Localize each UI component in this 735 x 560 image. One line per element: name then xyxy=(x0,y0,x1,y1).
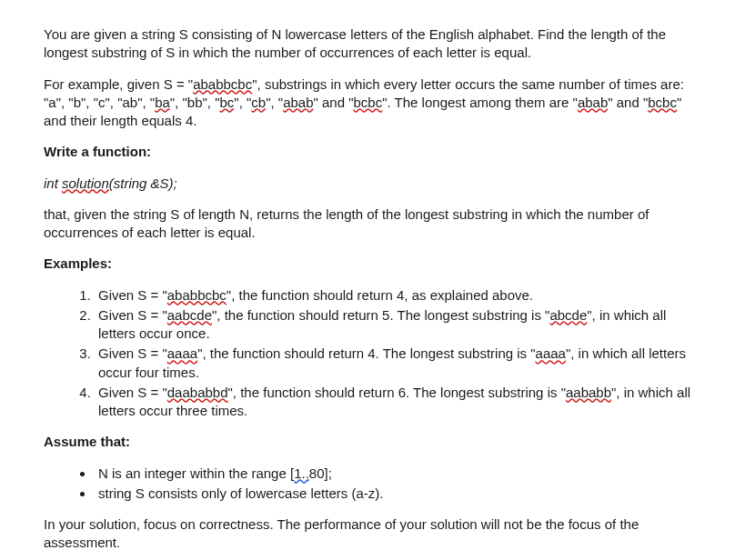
text: ", "bb", " xyxy=(170,95,220,110)
signature-params: string &S); xyxy=(114,175,177,191)
example-item-1: Given S = "ababbcbc", the function shoul… xyxy=(95,286,691,305)
assume-list: N is an integer within the range [1..80]… xyxy=(44,465,691,504)
text: For example, given S = " xyxy=(44,76,193,92)
squiggly-text: abab xyxy=(578,95,608,110)
squiggly-text: ababbcbc xyxy=(193,76,252,92)
text: Given S = " xyxy=(98,287,167,303)
squiggly-text: abab xyxy=(283,95,313,110)
write-function-label: Write a function: xyxy=(44,143,691,161)
squiggly-text: bcbc xyxy=(354,95,383,110)
squiggly-text: bc xyxy=(219,95,234,110)
squiggly-text: ababbcbc xyxy=(167,287,227,303)
document-page: You are given a string S consisting of N… xyxy=(0,0,735,560)
text: ", " xyxy=(266,95,283,110)
footer-paragraph: In your solution, focus on correctness. … xyxy=(44,515,691,553)
text: N is an integer within the range [ xyxy=(98,465,294,481)
example-item-3: Given S = "aaaa", the function should re… xyxy=(95,345,691,382)
squiggly-text: bcbc xyxy=(648,95,677,110)
signature-return-type: int xyxy=(44,175,62,191)
squiggly-text: ba xyxy=(155,95,170,110)
text: " and " xyxy=(314,95,354,110)
function-signature: int solution(string &S); xyxy=(44,175,691,193)
squiggly-text: daababbd xyxy=(167,385,228,400)
assume-item-1: N is an integer within the range [1..80]… xyxy=(95,465,691,483)
text: ". The longest among them are " xyxy=(382,95,578,110)
intro-paragraph-2: For example, given S = "ababbcbc", subst… xyxy=(44,75,691,131)
text: " and " xyxy=(608,95,648,110)
description-paragraph: that, given the string S of length N, re… xyxy=(44,205,691,243)
squiggly-text: abcde xyxy=(549,307,587,323)
squiggly-text-blue: 1.. xyxy=(294,465,309,481)
text: Given S = " xyxy=(98,345,167,361)
text: ", the function should return 6. The lon… xyxy=(228,385,566,400)
squiggly-text: aababb xyxy=(566,385,611,400)
text: ", " xyxy=(234,95,251,110)
text: 80]; xyxy=(309,465,332,481)
squiggly-text: aaaa xyxy=(167,345,197,361)
squiggly-text: aaaa xyxy=(536,345,566,361)
examples-label: Examples: xyxy=(44,255,691,273)
assume-label: Assume that: xyxy=(44,433,691,451)
text: Given S = " xyxy=(98,307,167,323)
example-item-4: Given S = "daababbd", the function shoul… xyxy=(95,384,691,421)
text: ", the function should return 4, as expl… xyxy=(227,287,533,303)
squiggly-text: cb xyxy=(251,95,266,110)
example-item-2: Given S = "aabcde", the function should … xyxy=(95,306,691,344)
examples-list: Given S = "ababbcbc", the function shoul… xyxy=(44,286,691,421)
intro-paragraph-1: You are given a string S consisting of N… xyxy=(44,25,691,63)
text: ", the function should return 4. The lon… xyxy=(197,345,535,361)
assume-item-2: string S consists only of lowercase lett… xyxy=(95,485,691,503)
signature-func-name: solution( xyxy=(62,175,114,191)
text: ", the function should return 5. The lon… xyxy=(212,307,549,323)
text: Given S = " xyxy=(98,385,167,400)
squiggly-text: aabcde xyxy=(167,307,212,323)
